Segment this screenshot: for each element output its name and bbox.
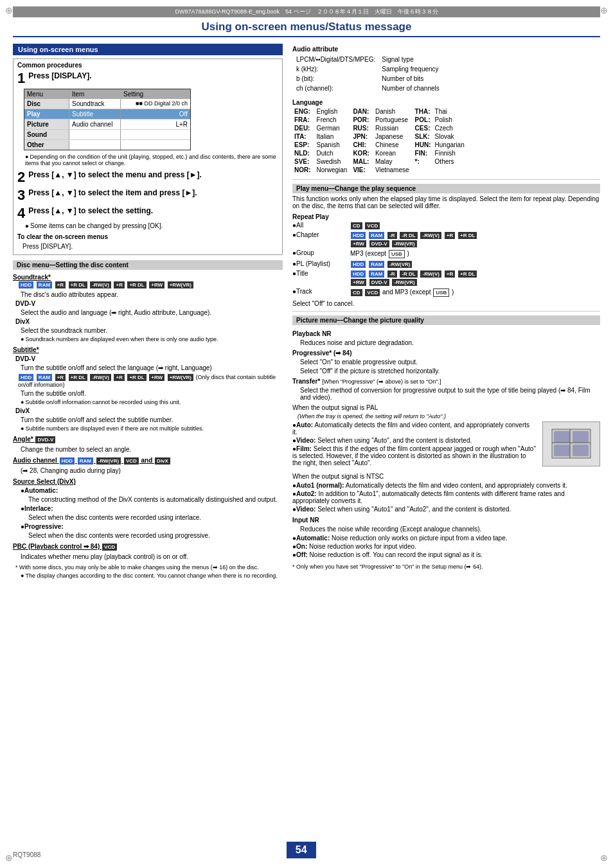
- lang-name3-8: [433, 166, 466, 174]
- badge-vcd-ac: VCD: [124, 457, 139, 465]
- badge-divx-ac: DivX: [155, 457, 170, 465]
- repeat-track-badges: CD VCD and MP3 (except USB ): [350, 288, 600, 297]
- ntsc-auto1-label: ●Auto1 (normal):: [292, 482, 344, 489]
- step1-note: Depending on the condition of the unit (…: [25, 154, 278, 166]
- lang-code2-2: POR:: [351, 116, 371, 124]
- badge-r2s: +R: [114, 374, 124, 381]
- input-nr-auto-text: Noise reduction only works on picture in…: [332, 535, 507, 542]
- audio-channel-ref: (➡ 28, Changing audio during play): [21, 467, 283, 474]
- svg-rect-3: [554, 445, 570, 456]
- badge-hdd-t: HDD: [351, 270, 366, 278]
- ntsc-video: ●Video: Select when using "Auto1" and "A…: [292, 506, 600, 513]
- lang-code2-5: CHI:: [351, 141, 371, 149]
- header-bar: DW87A78&88GV-RQT9088-E_eng.book 54 ページ ２…: [13, 6, 600, 17]
- badge-prw-t: +RW: [351, 279, 366, 286]
- left-column: Using on-screen menus Common procedures …: [13, 44, 283, 581]
- badge-hdd-ch: HDD: [351, 232, 366, 239]
- lang-code1-3: DEU:: [292, 124, 313, 132]
- lang-name1-2: French: [313, 116, 351, 124]
- section-header-onscreen: Using on-screen menus: [13, 44, 283, 55]
- audio-value-4: Number of channels: [379, 84, 442, 93]
- svg-rect-2: [573, 431, 589, 443]
- lang-name2-3: Russian: [371, 124, 413, 132]
- film-illustration: [542, 421, 600, 466]
- repeat-chapter-badges: HDD RAM -R -R DL -RW(V) +R +R DL +RW DVD…: [350, 231, 600, 248]
- interlace-text: Select when the disc contents were recor…: [28, 514, 283, 521]
- ntsc-auto2-label: ●Auto2:: [292, 490, 317, 497]
- divx-label-2: DivX: [15, 407, 283, 414]
- menu-picture-item: Audio channel: [69, 120, 121, 129]
- lang-name3-2: Polish: [433, 116, 466, 124]
- badge-rs: +R: [55, 374, 66, 381]
- progressive-label-right: Progressive* (➡ 84): [292, 350, 600, 357]
- repeat-track-label: ●Track: [292, 288, 350, 295]
- lang-name1-8: Norwegian: [313, 166, 351, 174]
- badge-r-ch: -R: [387, 232, 396, 239]
- ntsc-auto1: ●Auto1 (normal): Automatically detects t…: [292, 482, 600, 489]
- input-nr-off-text: Noise reduction is off. You can record t…: [310, 551, 483, 558]
- playback-nr-label: Playback NR: [292, 330, 600, 337]
- badge-dvdv-t: DVD-V: [369, 279, 389, 286]
- lang-name1-4: Italian: [313, 132, 351, 141]
- step1-number: 1: [17, 71, 25, 85]
- auto-text: The constructing method of the DivX cont…: [28, 496, 283, 503]
- lang-code2-7: MAL:: [351, 157, 371, 166]
- badge-rwvr-pl: -RW(VR): [387, 261, 412, 268]
- badge-rwvs: -RW(V): [90, 374, 111, 381]
- lang-name1-1: English: [313, 107, 351, 116]
- pal-film-text: Select this if the edges of the film con…: [292, 445, 536, 466]
- progressive-text2: Select "Off" if the picture is stretched…: [300, 368, 600, 375]
- badge-rwvr-ch: -RW(VR): [392, 240, 416, 247]
- ntsc-auto2: ●Auto2: In addition to "Auto1", automati…: [292, 490, 600, 504]
- badge-prw-ch: +RW: [351, 240, 366, 247]
- badge-vcd-tr: VCD: [365, 289, 380, 296]
- menu-play-item: Subtitle: [69, 109, 121, 119]
- common-procedures-label: Common procedures: [17, 62, 278, 69]
- badge-ram-t: RAM: [369, 270, 384, 278]
- menu-sound-label: Sound: [24, 130, 69, 139]
- badge-ram-ch: RAM: [369, 232, 384, 239]
- audio-row-4: ch (channel): Number of channels: [294, 84, 442, 93]
- corner-mark-tr: ⊕: [600, 5, 608, 15]
- audio-attr-table: LPCM/▪▪Digital/DTS/MPEG: Signal type k (…: [292, 54, 443, 94]
- lang-name1-5: Spanish: [313, 141, 351, 149]
- ntsc-auto2-text: In addition to "Auto1", automatically de…: [292, 490, 565, 504]
- lang-name2-6: Korean: [371, 149, 413, 157]
- pal-auto-text: Automatically detects the film and video…: [292, 421, 529, 436]
- audio-label-1: LPCM/▪▪Digital/DTS/MPEG:: [294, 55, 378, 64]
- transfer-label: Transfer* [When "Progressive" (➡ above) …: [292, 378, 600, 385]
- audio-label-4: ch (channel):: [294, 84, 378, 93]
- lang-code1-8: NOR:: [292, 166, 313, 174]
- play-menu-desc: This function works only when the elapse…: [292, 195, 600, 209]
- page-title: Using on-screen menus/Status message: [13, 21, 600, 37]
- badge-rwv: -RW(V): [90, 281, 111, 288]
- page: ⊕ ⊕ ⊕ ⊕ DW87A78&88GV-RQT9088-E_eng.book …: [0, 0, 613, 868]
- pal-video-text: Select when using "Auto", and the conten…: [317, 437, 472, 444]
- footnote-1: * With some discs, you may only be able …: [15, 564, 283, 571]
- step1-text: Press [DISPLAY].: [28, 69, 91, 80]
- badge-r-t: -R: [387, 270, 396, 278]
- step2-text: Press [▲, ▼] to select the menu and pres…: [28, 168, 202, 179]
- badge-ram-pl: RAM: [369, 261, 384, 268]
- repeat-row-pl: ●PL (Playlist) HDD RAM -RW(VR): [292, 260, 600, 269]
- badge-ram: RAM: [37, 281, 52, 288]
- repeat-row-chapter: ●Chapter HDD RAM -R -R DL -RW(V) +R +R D…: [292, 231, 600, 248]
- menu-disc-item: Soundtrack: [69, 99, 121, 109]
- progressive-text-divx: Select when the disc contents were recor…: [28, 532, 283, 539]
- lang-name3-4: Slovak: [433, 132, 466, 141]
- angle-label: Angle* DVD-V: [13, 436, 283, 444]
- progressive-label-divx: ●Progressive:: [21, 523, 283, 530]
- lang-code1-6: NLD:: [292, 149, 313, 157]
- lang-row-4: ITA: Italian JPN: Japanese SLK: Slovak: [292, 132, 466, 141]
- lang-name3-7: Others: [433, 157, 466, 166]
- badge-rwvr: +RW(VR): [168, 281, 193, 288]
- menu-col-header-menu: Menu: [24, 89, 69, 99]
- repeat-row-all: ●All CD VCD: [292, 222, 600, 230]
- lang-code1-7: SVE:: [292, 157, 313, 166]
- transfer-text: Select the method of conversion for prog…: [300, 387, 600, 401]
- lang-name1-6: Dutch: [313, 149, 351, 157]
- badge-hdd: HDD: [19, 281, 33, 288]
- step4-text: Press [▲, ▼] to select the setting.: [28, 204, 153, 215]
- lang-name2-7: Malay: [371, 157, 413, 166]
- repeat-group-badges: MP3 (except USB ): [350, 249, 600, 259]
